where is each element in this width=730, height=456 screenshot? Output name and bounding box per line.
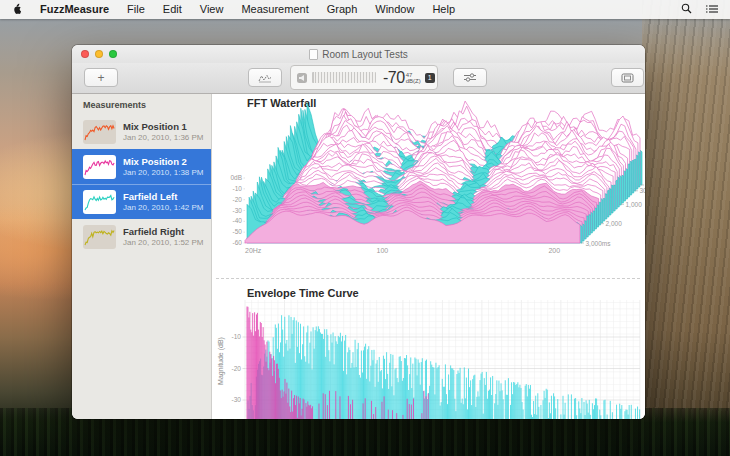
level-meter-bars	[312, 72, 376, 83]
menu-item-graph[interactable]: Graph	[318, 0, 367, 19]
svg-text:100: 100	[377, 247, 389, 254]
menu-item-edit[interactable]: Edit	[154, 0, 191, 19]
toolbar: + -70 47 dB(Z) 1	[72, 63, 645, 94]
channel-badge: 1	[425, 73, 435, 83]
graphs-pane: FFT Waterfall0dB-10-20-30-40-50-6020Hz10…	[212, 94, 645, 419]
svg-text:200: 200	[548, 247, 560, 254]
sliders-icon	[463, 72, 477, 83]
svg-text:2,000: 2,000	[606, 220, 623, 227]
input-source-icon	[297, 73, 307, 83]
settings-sliders-button[interactable]	[453, 68, 487, 87]
svg-text:-10: -10	[233, 185, 243, 192]
measurement-date: Jan 20, 2010, 1:38 PM	[123, 167, 204, 178]
panel-icon	[621, 73, 634, 83]
measurement-item-farfield-left[interactable]: Farfield LeftJan 20, 2010, 1:42 PM	[72, 184, 211, 219]
fft-waterfall-chart[interactable]: FFT Waterfall0dB-10-20-30-40-50-6020Hz10…	[212, 94, 645, 278]
svg-text:Envelope Time Curve: Envelope Time Curve	[247, 287, 359, 299]
svg-text:-30: -30	[233, 207, 243, 214]
svg-text:20Hz: 20Hz	[245, 247, 262, 254]
measurement-thumbnail	[83, 155, 116, 179]
measurement-name: Farfield Right	[123, 226, 204, 237]
window-title-text: Room Layout Tests	[322, 49, 407, 60]
menu-item-help[interactable]: Help	[423, 0, 464, 19]
svg-text:1,000: 1,000	[626, 201, 643, 208]
toggle-inspector-button[interactable]	[611, 68, 644, 87]
svg-text:0dB: 0dB	[230, 174, 242, 181]
level-value: -70	[383, 69, 405, 87]
level-readout: -70 47 dB(Z) 1	[383, 69, 435, 87]
level-unit: dB(Z)	[406, 78, 421, 84]
level-meter[interactable]: -70 47 dB(Z) 1	[290, 65, 438, 90]
menu-items: FuzzMeasureFileEditViewMeasurementGraphW…	[31, 0, 464, 19]
minimize-button[interactable]	[95, 50, 103, 58]
notification-center-icon[interactable]	[706, 4, 718, 16]
search-icon[interactable]	[681, 3, 692, 16]
chart-divider	[216, 278, 640, 279]
menu-item-window[interactable]: Window	[366, 0, 423, 19]
measurement-thumbnail	[83, 225, 116, 249]
apple-menu-icon[interactable]	[12, 3, 23, 16]
measurements-list: Mix Position 1Jan 20, 2010, 1:36 PMMix P…	[72, 114, 211, 254]
measurement-date: Jan 20, 2010, 1:52 PM	[123, 237, 204, 248]
svg-text:-50: -50	[233, 228, 243, 235]
sidebar-header: Measurements	[72, 94, 211, 114]
menu-item-measurement[interactable]: Measurement	[232, 0, 317, 19]
svg-text:-60: -60	[233, 239, 243, 246]
menu-item-file[interactable]: File	[118, 0, 154, 19]
svg-text:Magnitude (dB): Magnitude (dB)	[217, 337, 225, 385]
fuzzmeasure-window: Room Layout Tests + -70 47 dB(Z) 1	[72, 45, 645, 419]
envelope-time-curve-chart[interactable]: Envelope Time CurveMagnitude (dB)-10-20-…	[212, 286, 645, 419]
waveform-icon	[258, 73, 272, 83]
measurement-date: Jan 20, 2010, 1:42 PM	[123, 202, 204, 213]
svg-text:-20: -20	[232, 365, 242, 372]
svg-text:FFT Waterfall: FFT Waterfall	[247, 97, 316, 109]
zoom-button[interactable]	[109, 50, 117, 58]
svg-text:300: 300	[640, 187, 646, 194]
measurement-item-mix-position-2[interactable]: Mix Position 2Jan 20, 2010, 1:38 PM	[72, 149, 211, 184]
menu-bar: FuzzMeasureFileEditViewMeasurementGraphW…	[0, 0, 730, 19]
window-content: Measurements Mix Position 1Jan 20, 2010,…	[72, 94, 645, 419]
menu-item-view[interactable]: View	[191, 0, 233, 19]
measurement-date: Jan 20, 2010, 1:36 PM	[123, 132, 204, 143]
measurement-name: Mix Position 2	[123, 156, 204, 167]
window-title: Room Layout Tests	[309, 49, 407, 60]
measurement-item-mix-position-1[interactable]: Mix Position 1Jan 20, 2010, 1:36 PM	[72, 114, 211, 149]
svg-text:-30: -30	[232, 396, 242, 403]
wallpaper-cliff	[642, 0, 730, 440]
svg-text:-10: -10	[232, 333, 242, 340]
measurement-item-farfield-right[interactable]: Farfield RightJan 20, 2010, 1:52 PM	[72, 219, 211, 254]
menu-item-fuzzmeasure[interactable]: FuzzMeasure	[31, 0, 118, 19]
svg-text:-40: -40	[233, 217, 243, 224]
measurement-thumbnail	[83, 120, 116, 144]
measurement-thumbnail	[83, 190, 116, 214]
svg-text:3,000ms: 3,000ms	[586, 240, 612, 247]
svg-text:-20: -20	[233, 196, 243, 203]
document-proxy-icon[interactable]	[309, 49, 318, 60]
measurement-name: Farfield Left	[123, 191, 204, 202]
plus-icon: +	[97, 71, 104, 85]
add-measurement-button[interactable]: +	[84, 68, 118, 87]
graph-style-button[interactable]	[248, 68, 282, 87]
measurements-sidebar: Measurements Mix Position 1Jan 20, 2010,…	[72, 94, 212, 419]
measurement-name: Mix Position 1	[123, 121, 204, 132]
title-bar[interactable]: Room Layout Tests	[72, 45, 645, 63]
close-button[interactable]	[81, 50, 89, 58]
